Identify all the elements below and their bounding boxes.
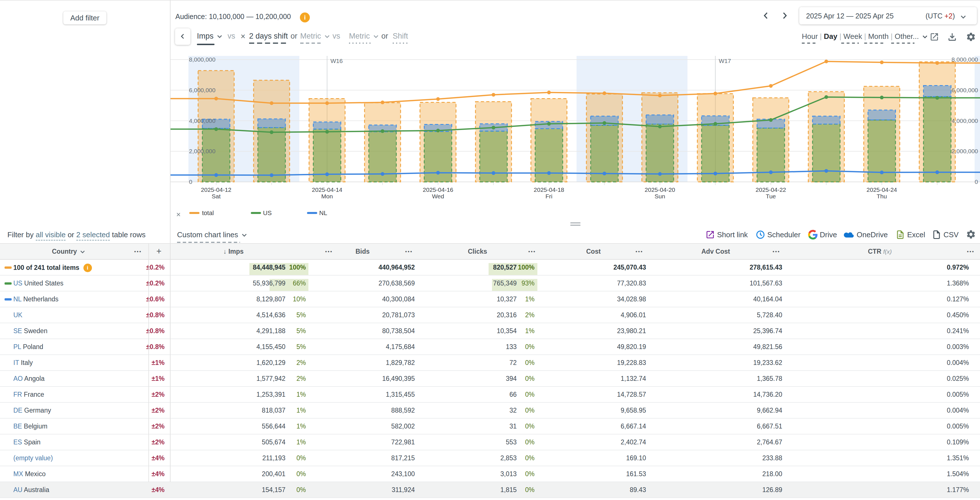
svg-text:2025-04-22: 2025-04-22 (756, 186, 786, 193)
svg-text:4,000,000: 4,000,000 (189, 118, 215, 124)
svg-text:W16: W16 (331, 57, 343, 64)
svg-text:Mon: Mon (321, 193, 333, 199)
svg-text:W17: W17 (719, 57, 731, 64)
svg-text:6,000,000: 6,000,000 (951, 87, 978, 93)
svg-text:2025-04-16: 2025-04-16 (423, 186, 453, 193)
svg-text:4,000,000: 4,000,000 (951, 118, 978, 124)
svg-text:2025-04-14: 2025-04-14 (312, 186, 342, 193)
svg-text:2025-04-20: 2025-04-20 (644, 186, 675, 193)
svg-text:8,000,000: 8,000,000 (189, 56, 215, 63)
svg-text:0: 0 (189, 178, 192, 185)
svg-text:Sat: Sat (212, 193, 221, 199)
svg-text:2025-04-12: 2025-04-12 (201, 186, 231, 193)
svg-text:Fri: Fri (546, 193, 553, 199)
svg-text:2,000,000: 2,000,000 (951, 148, 978, 154)
svg-text:6,000,000: 6,000,000 (189, 87, 215, 93)
svg-text:2,000,000: 2,000,000 (189, 148, 215, 154)
svg-text:0: 0 (975, 178, 978, 185)
svg-text:8,000,000: 8,000,000 (951, 56, 978, 63)
svg-text:2025-04-18: 2025-04-18 (534, 186, 564, 193)
svg-text:2025-04-24: 2025-04-24 (867, 186, 897, 193)
svg-text:Thu: Thu (877, 193, 887, 199)
svg-text:Wed: Wed (432, 193, 444, 199)
svg-text:Sun: Sun (655, 193, 665, 199)
svg-text:Tue: Tue (766, 193, 776, 199)
